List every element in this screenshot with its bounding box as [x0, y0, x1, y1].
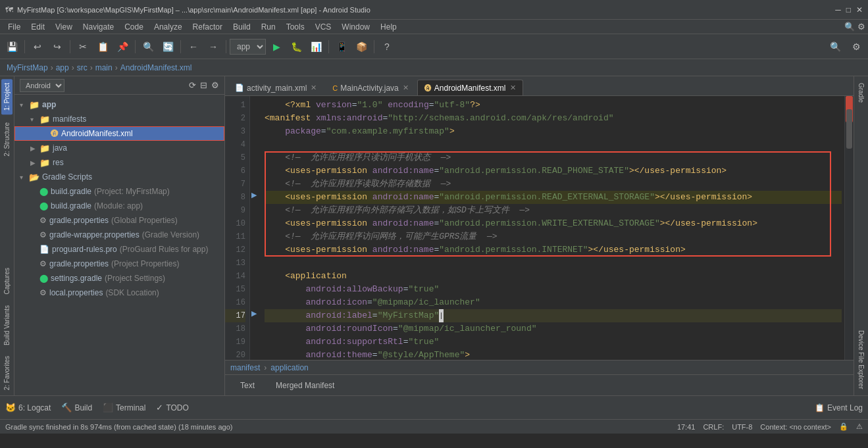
code-line-14: <application — [265, 270, 842, 283]
tree-item-app[interactable]: ▾ 📁 app — [14, 97, 224, 112]
toolbar-btn-paste[interactable]: 📌 — [113, 37, 132, 56]
toolbar-btn-back[interactable]: ← — [184, 37, 203, 56]
bottom-tool-logcat[interactable]: 🐱 6: Logcat — [5, 403, 51, 412]
tree-label-manifests: manifests — [53, 114, 86, 124]
tree-item-proguard[interactable]: 📄 proguard-rules.pro (ProGuard Rules for… — [14, 242, 224, 257]
toolbar-btn-undo[interactable]: ↩ — [28, 37, 47, 56]
menu-tools[interactable]: Tools — [281, 21, 310, 33]
side-tool-build-variants[interactable]: Build Variants — [1, 303, 13, 348]
side-tools-left: 1: Project 2: Structure Captures Build V… — [0, 76, 14, 395]
toolbar-btn-debug[interactable]: 🐛 — [287, 37, 305, 56]
toolbar-sep-6 — [328, 40, 329, 53]
side-tool-favorites[interactable]: 2: Favorites — [1, 353, 13, 393]
tree-icon-bg-proj: ⬤ — [39, 187, 48, 196]
tree-arrow-manifests: ▾ — [30, 116, 39, 123]
maximize-btn[interactable]: □ — [846, 5, 851, 14]
toolbar-btn-profile[interactable]: 📊 — [307, 37, 325, 56]
project-view-dropdown[interactable]: Android — [20, 79, 64, 92]
event-log-btn[interactable]: 📋 Event Log — [815, 403, 863, 412]
menu-code[interactable]: Code — [119, 21, 149, 33]
tab-icon-main-activity: C — [332, 84, 338, 92]
side-tool-project[interactable]: 1: Project — [1, 79, 13, 114]
toolbar-btn-save-all[interactable]: 💾 — [3, 37, 21, 56]
toolbar-btn-find[interactable]: 🔍 — [139, 37, 157, 56]
toolbar-btn-copy[interactable]: 📋 — [93, 37, 112, 56]
tree-item-local-props[interactable]: ⚙ local.properties (SDK Location) — [14, 286, 224, 300]
bc-bottom-part-1[interactable]: manifest — [230, 363, 260, 372]
menu-window[interactable]: Window — [336, 21, 375, 33]
breadcrumb-part-3[interactable]: src — [77, 63, 88, 72]
tab-merged-manifest[interactable]: Merged Manifest — [266, 378, 344, 393]
bottom-tool-terminal[interactable]: ⬛ Terminal — [103, 403, 145, 412]
code-content[interactable]: ➤ <?xml version="1.0" encoding="utf-8"?>… — [262, 96, 844, 360]
tree-item-gradle-scripts[interactable]: ▾ 📂 Gradle Scripts — [14, 170, 224, 184]
side-tool-gradle[interactable]: Gradle — [855, 79, 867, 107]
bottom-tool-todo[interactable]: ✓ TODO — [156, 403, 188, 412]
tree-item-gradle-props-proj[interactable]: ⚙ gradle.properties (Project Properties) — [14, 257, 224, 271]
tab-label-main-activity: MainActivity.java — [340, 84, 398, 93]
toolbar-btn-avd[interactable]: 📱 — [332, 37, 351, 56]
tree-item-manifests[interactable]: ▾ 📁 manifests — [14, 112, 224, 126]
tab-main-activity[interactable]: C MainActivity.java ✕ — [325, 80, 415, 95]
menu-build[interactable]: Build — [228, 21, 256, 33]
code-line-1: <?xml version="1.0" encoding="utf-8"?> — [265, 99, 842, 112]
menu-file[interactable]: File — [3, 21, 26, 33]
tree-item-gradle-props-global[interactable]: ⚙ gradle.properties (Global Properties) — [14, 213, 224, 228]
menu-help[interactable]: Help — [375, 21, 402, 33]
side-tool-device-file-explorer[interactable]: Device File Explorer — [855, 326, 867, 393]
tab-text[interactable]: Text — [230, 378, 265, 393]
side-tool-structure[interactable]: 2: Structure — [1, 120, 13, 159]
toolbar-btn-redo[interactable]: ↪ — [48, 37, 66, 56]
tab-activity-main[interactable]: 📄 activity_main.xml ✕ — [228, 80, 324, 95]
toolbar-btn-cut[interactable]: ✂ — [74, 37, 92, 56]
collapse-icon[interactable]: ⊟ — [200, 80, 207, 90]
editor-scrollbar[interactable] — [844, 96, 854, 360]
settings-btn[interactable]: ⚙ — [847, 37, 865, 56]
tree-item-androidmanifest[interactable]: 🅐 AndroidManifest.xml — [14, 126, 224, 141]
tab-android-manifest[interactable]: 🅐 AndroidManifest.xml ✕ — [417, 80, 523, 95]
tree-label-app: app — [42, 100, 56, 109]
breadcrumb-part-4[interactable]: main — [95, 63, 113, 72]
tree-label-dim-bg-proj: (Project: MyFirstMap) — [94, 187, 170, 196]
status-context: Context: <no context> — [760, 423, 831, 431]
menu-refactor[interactable]: Refactor — [188, 21, 228, 33]
toolbar-btn-run[interactable]: ▶ — [267, 37, 286, 56]
menu-view[interactable]: View — [50, 21, 78, 33]
tab-close-android-manifest[interactable]: ✕ — [510, 84, 516, 92]
side-tool-captures[interactable]: Captures — [1, 265, 13, 297]
search-everywhere-icon[interactable]: 🔍 — [826, 37, 844, 56]
bc-bottom-part-2[interactable]: application — [270, 363, 308, 372]
toolbar-btn-sdk[interactable]: 📦 — [352, 37, 370, 56]
scroll-thumb[interactable] — [846, 109, 852, 149]
run-config-dropdown[interactable]: app — [230, 39, 266, 55]
close-btn[interactable]: ✕ — [856, 5, 863, 14]
breadcrumb-part-2[interactable]: app — [56, 63, 69, 72]
breadcrumb-part-5[interactable]: AndroidManifest.xml — [120, 63, 192, 72]
tree-label-dim-pg: (ProGuard Rules for app) — [120, 245, 209, 254]
bottom-tool-build[interactable]: 🔨 Build — [61, 403, 92, 412]
code-line-12: <uses-permission android:name="android.p… — [265, 243, 842, 257]
tab-close-activity-main[interactable]: ✕ — [311, 84, 317, 92]
settings-icon[interactable]: ⚙ — [857, 22, 865, 32]
menu-navigate[interactable]: Navigate — [78, 21, 119, 33]
menu-vcs[interactable]: VCS — [310, 21, 337, 33]
menu-run[interactable]: Run — [256, 21, 281, 33]
tree-item-build-gradle-mod[interactable]: ⬤ build.gradle (Module: app) — [14, 199, 224, 213]
code-line-10: <uses-permission android:name="android.p… — [265, 217, 842, 230]
tree-item-settings-gradle[interactable]: ⬤ settings.gradle (Project Settings) — [14, 271, 224, 286]
toolbar-btn-forward[interactable]: → — [204, 37, 222, 56]
search-icon[interactable]: 🔍 — [844, 22, 855, 32]
tree-item-build-gradle-proj[interactable]: ⬤ build.gradle (Project: MyFirstMap) — [14, 184, 224, 199]
minimize-btn[interactable]: ─ — [835, 5, 841, 14]
tree-item-res[interactable]: ▶ 📁 res — [14, 155, 224, 170]
menu-analyze[interactable]: Analyze — [149, 21, 188, 33]
settings-panel-icon[interactable]: ⚙ — [211, 80, 219, 90]
tree-item-java[interactable]: ▶ 📁 java — [14, 141, 224, 155]
tree-item-gradle-wrapper[interactable]: ⚙ gradle-wrapper.properties (Gradle Vers… — [14, 228, 224, 242]
tab-close-main-activity[interactable]: ✕ — [403, 84, 409, 92]
menu-edit[interactable]: Edit — [26, 21, 50, 33]
breadcrumb-part-1[interactable]: MyFirstMap — [7, 63, 48, 72]
sync-icon[interactable]: ⟳ — [189, 80, 196, 90]
toolbar-btn-help[interactable]: ? — [378, 37, 396, 56]
toolbar-btn-replace[interactable]: 🔄 — [159, 37, 177, 56]
